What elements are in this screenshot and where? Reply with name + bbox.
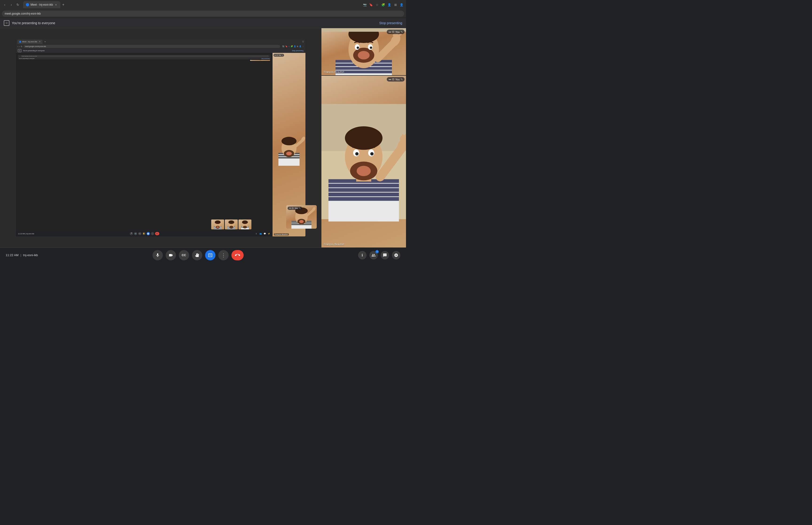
- inner-more-icon[interactable]: ⋮: [302, 45, 304, 47]
- medium-video-tiles: [211, 220, 251, 229]
- tab-title: Meet - tnj-esni-ikb: [31, 3, 53, 6]
- profile-icon[interactable]: 👤: [387, 2, 392, 7]
- deep-right-tiles: François Beaufort: [249, 59, 271, 61]
- face-svg-sm: [211, 220, 224, 229]
- sidebar-toggle[interactable]: ⊞: [393, 2, 398, 7]
- url-text: meet.google.com/tnj-esni-ikb: [5, 12, 41, 15]
- tab-close-button[interactable]: ✕: [54, 3, 58, 6]
- deep-screen-area: [18, 59, 249, 61]
- svg-point-36: [228, 221, 234, 224]
- inner-right-icons: ℹ 👥 💬 ⚡: [255, 232, 271, 235]
- star-icon[interactable]: ☆: [374, 2, 380, 7]
- p2-you-label: You: [395, 78, 400, 81]
- user-profile-icon[interactable]: 👤: [399, 2, 404, 7]
- new-tab-button[interactable]: +: [60, 2, 66, 7]
- raise-hand-button[interactable]: [192, 250, 202, 260]
- inner-cam-btn[interactable]: 📹: [134, 232, 137, 235]
- tab-favicon: [26, 3, 29, 6]
- inner-presenting-banner: ⊡ You're presenting to everyone Stop pre…: [16, 49, 305, 53]
- inner-new-tab[interactable]: +: [44, 41, 46, 43]
- inner-name-1: François Beaufort: [274, 234, 289, 236]
- tab-bar: Meet - tnj-esni-ikb ✕ +: [22, 0, 361, 10]
- inner-forward[interactable]: ›: [19, 45, 20, 48]
- p1-more-btn[interactable]: ••• ⊡ You ⤡: [387, 30, 404, 34]
- stop-presenting-button[interactable]: Stop presenting: [379, 21, 402, 25]
- svg-point-43: [242, 221, 248, 224]
- present-button[interactable]: [205, 250, 215, 260]
- inner-info-btn[interactable]: ℹ: [255, 232, 258, 235]
- inner-bm-icon[interactable]: 🔖: [285, 45, 288, 47]
- participant-face-2: [321, 76, 406, 247]
- inner-tab-close[interactable]: ✕: [39, 41, 41, 43]
- bookmark-icon[interactable]: 🔖: [368, 2, 373, 7]
- inner-reload[interactable]: ↻: [21, 45, 22, 48]
- browser-controls: ‹ › ↻: [2, 2, 21, 7]
- floating-more-btn[interactable]: ••• ⊡ You ⤡: [288, 207, 302, 210]
- participant-name-2: François Beaufort: [324, 243, 344, 245]
- inner-cc-btn[interactable]: CC: [138, 232, 141, 235]
- inner-people-btn[interactable]: 👥: [259, 232, 262, 235]
- reload-button[interactable]: ↻: [15, 2, 21, 7]
- participant-name-1: François Beaufort: [324, 71, 344, 73]
- inner-back[interactable]: ‹: [17, 45, 18, 48]
- inner-hand-btn[interactable]: ✋: [142, 232, 146, 235]
- participant-face-1: [321, 28, 406, 75]
- forward-button[interactable]: ›: [9, 2, 14, 7]
- svg-line-84: [398, 34, 401, 36]
- svg-point-101: [355, 152, 358, 155]
- inner-present-btn[interactable]: ⬜: [147, 232, 150, 235]
- more-options-button[interactable]: ⋮: [218, 250, 229, 260]
- inner-star-icon[interactable]: ☆: [288, 45, 290, 47]
- mic-button[interactable]: [153, 250, 163, 260]
- participant-tile-1: François Beaufort ••• ⊡ You ⤡: [321, 28, 406, 75]
- people-button[interactable]: 3: [369, 251, 378, 259]
- cast-icon[interactable]: 📷: [362, 2, 367, 7]
- inner-sidebar-icon[interactable]: ⊞: [297, 45, 298, 47]
- address-bar-row: meet.google.com/tnj-esni-ikb: [0, 10, 406, 18]
- med-tile-2: [225, 220, 238, 229]
- svg-rect-90: [328, 184, 399, 188]
- svg-point-98: [357, 166, 371, 176]
- captions-button[interactable]: CC: [179, 250, 189, 260]
- inner-more-btn[interactable]: ⋮: [151, 232, 154, 235]
- address-bar[interactable]: meet.google.com/tnj-esni-ikb: [2, 11, 404, 17]
- deep-stop-btn: Stop presenting: [261, 58, 270, 59]
- deep-right-tile-1: François Beaufort: [250, 60, 270, 61]
- end-call-button[interactable]: [231, 250, 244, 260]
- inner-address-bar[interactable]: meet.google.com/tnj-esni-ikb: [24, 45, 280, 48]
- activities-button[interactable]: [392, 251, 400, 259]
- extension-icon[interactable]: 🧩: [381, 2, 386, 7]
- inner-ext-icon[interactable]: 🧩: [291, 45, 293, 47]
- deep-back: ‹ ›: [19, 56, 20, 57]
- inner-user-icon[interactable]: 👤: [299, 45, 302, 47]
- info-button[interactable]: ℹ: [358, 251, 367, 259]
- inner-tab[interactable]: Meet - tnj-esni-ikb ✕: [17, 40, 43, 44]
- p1-you-label: You: [395, 31, 400, 33]
- inner-end-btn[interactable]: 📵: [155, 232, 159, 235]
- deep-banner-text: You're presenting to everyone: [19, 58, 34, 59]
- svg-point-63: [299, 220, 304, 223]
- back-button[interactable]: ‹: [2, 2, 7, 7]
- inner-mic-btn[interactable]: 🎤: [130, 232, 133, 235]
- p2-more-btn[interactable]: ••• ⊡ You ⤡: [387, 77, 404, 81]
- participants-panel: François Beaufort ••• ⊡ You ⤡: [321, 28, 406, 247]
- inner-present-icon: ⊡: [18, 49, 21, 52]
- inner-stop-btn[interactable]: Stop presenting: [292, 50, 304, 51]
- chat-button[interactable]: [381, 251, 389, 259]
- inner-toolbar-icons: 📷 🔖 ☆ 🧩 👤 ⊞ 👤 ⋮: [282, 45, 304, 47]
- med-tile-1: [211, 220, 224, 229]
- inner-chat-btn[interactable]: 💬: [263, 232, 266, 235]
- svg-point-53: [286, 152, 292, 155]
- inner-presenting-left: ⊡ You're presenting to everyone: [18, 49, 45, 52]
- screen-share-area: Meet - tnj-esni-ikb ✕ + ▽ ‹ › ↻ meet.goo…: [0, 28, 321, 247]
- inner-act-btn[interactable]: ⚡: [267, 232, 271, 235]
- inner-cast-icon[interactable]: 📷: [282, 45, 285, 47]
- camera-button[interactable]: [166, 250, 176, 260]
- inner-collapse[interactable]: ▽: [302, 41, 304, 43]
- active-tab[interactable]: Meet - tnj-esni-ikb ✕: [23, 1, 60, 8]
- inner-time: 11:22 AM | tnj-esni-ikb: [18, 233, 34, 235]
- svg-rect-49: [278, 157, 300, 159]
- browser-chrome: ‹ › ↻ Meet - tnj-esni-ikb ✕ + 📷 🔖 ☆ 🧩 👤 …: [0, 0, 406, 10]
- inner-more-tile[interactable]: ••• ⊡ You ⤡: [274, 54, 284, 57]
- inner-profile-icon[interactable]: 👤: [294, 45, 296, 47]
